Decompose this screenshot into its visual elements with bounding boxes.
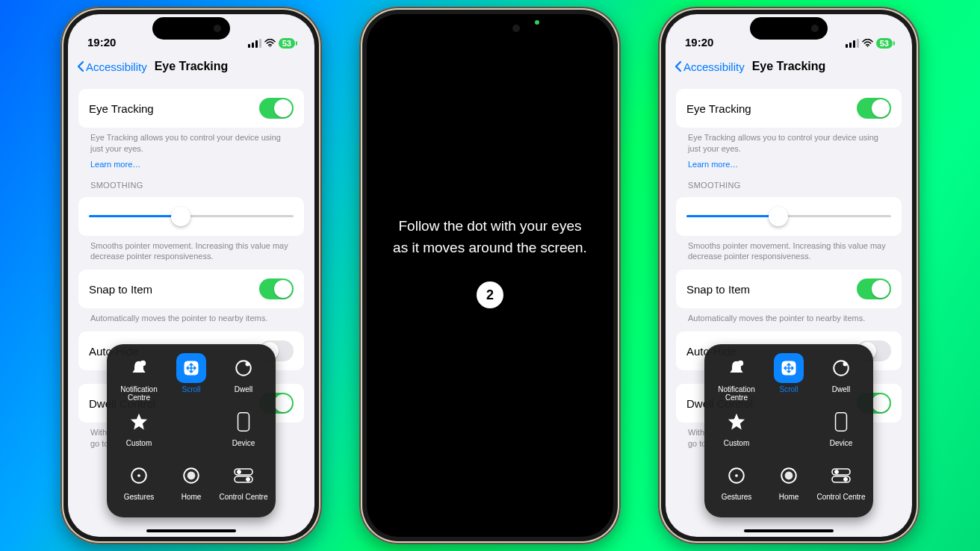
at-custom[interactable]: Custom <box>113 407 165 456</box>
back-button[interactable]: Accessibility <box>674 60 745 73</box>
at-dwell[interactable]: Dwell <box>815 353 867 402</box>
device-icon <box>826 407 856 437</box>
control-centre-icon <box>826 461 856 491</box>
phone-left: 19:20 53 Accessibility Eye Tracking Eye … <box>61 7 322 544</box>
svg-point-11 <box>238 470 241 474</box>
home-icon <box>176 461 206 491</box>
calibration-instruction: Follow the dot with your eyes as it move… <box>367 216 613 258</box>
home-icon <box>774 461 804 491</box>
svg-point-4 <box>246 362 249 366</box>
svg-point-25 <box>835 470 839 474</box>
status-time: 19:20 <box>87 36 116 49</box>
phone-right: 19:20 53 Accessibility Eye Tracking Eye … <box>658 7 919 544</box>
smoothing-header: SMOOTHING <box>676 170 902 190</box>
svg-point-15 <box>738 361 743 366</box>
star-icon <box>124 407 154 437</box>
at-scroll[interactable]: Scroll <box>165 353 217 402</box>
learn-more-link[interactable]: Learn more… <box>676 155 902 170</box>
dynamic-island <box>451 17 529 40</box>
snap-toggle[interactable] <box>259 278 294 299</box>
cellular-icon <box>846 39 859 48</box>
svg-point-0 <box>269 46 270 47</box>
status-time: 19:20 <box>685 36 713 49</box>
svg-point-21 <box>736 475 738 477</box>
at-gestures[interactable]: Gestures <box>710 461 763 510</box>
at-scroll[interactable]: Scroll <box>763 353 815 402</box>
at-home[interactable]: Home <box>165 461 217 510</box>
page-title: Eye Tracking <box>752 60 826 73</box>
learn-more-link[interactable]: Learn more… <box>78 155 304 170</box>
chevron-left-icon <box>674 60 682 72</box>
at-gestures[interactable]: Gestures <box>113 461 165 510</box>
eye-tracking-toggle[interactable] <box>857 98 891 119</box>
eye-tracking-desc: Eye Tracking allows you to control your … <box>78 128 304 155</box>
gestures-icon <box>124 461 154 491</box>
at-control-centre[interactable]: Control Centre <box>815 461 867 510</box>
svg-point-9 <box>187 472 195 479</box>
eye-tracking-toggle[interactable] <box>259 98 294 119</box>
calibration-dot: 2 <box>477 281 503 308</box>
dwell-icon <box>229 353 258 383</box>
snap-toggle[interactable] <box>857 278 891 299</box>
smoothing-row <box>676 197 902 236</box>
eye-tracking-desc: Eye Tracking allows you to control your … <box>676 128 902 155</box>
assistivetouch-menu[interactable]: Notification Centre Scroll Dwell Custom … <box>107 344 276 517</box>
smoothing-row <box>78 197 304 236</box>
cellular-icon <box>248 39 261 48</box>
svg-rect-19 <box>836 413 847 431</box>
smoothing-desc: Smooths pointer movement. Increasing thi… <box>676 236 902 263</box>
at-notification-centre[interactable]: Notification Centre <box>113 353 165 402</box>
home-indicator[interactable] <box>744 529 834 532</box>
navigation-bar: Accessibility Eye Tracking <box>68 52 314 81</box>
dynamic-island <box>152 17 230 40</box>
smoothing-slider[interactable] <box>686 206 891 227</box>
svg-rect-5 <box>238 413 249 431</box>
at-device[interactable]: Device <box>217 407 270 456</box>
battery-icon: 53 <box>876 38 893 49</box>
wifi-icon <box>264 39 276 48</box>
svg-point-14 <box>866 46 868 47</box>
smoothing-header: SMOOTHING <box>78 170 304 190</box>
scroll-icon <box>774 353 804 383</box>
svg-point-13 <box>246 478 250 482</box>
eye-tracking-label: Eye Tracking <box>89 102 154 115</box>
assistivetouch-menu[interactable]: Notification Centre Scroll Dwell Custom … <box>704 344 873 517</box>
svg-point-1 <box>140 361 146 366</box>
home-indicator[interactable] <box>146 529 236 532</box>
smoothing-desc: Smooths pointer movement. Increasing thi… <box>78 236 304 263</box>
back-button[interactable]: Accessibility <box>77 60 147 73</box>
scroll-icon <box>176 353 206 383</box>
smoothing-slider[interactable] <box>89 206 294 227</box>
at-custom[interactable]: Custom <box>710 407 763 456</box>
bell-icon <box>722 353 751 383</box>
page-title: Eye Tracking <box>155 60 229 73</box>
navigation-bar: Accessibility Eye Tracking <box>666 52 912 81</box>
svg-point-7 <box>138 475 140 477</box>
at-empty <box>763 407 815 456</box>
dwell-icon <box>826 353 856 383</box>
at-device[interactable]: Device <box>815 407 867 456</box>
snap-desc: Automatically moves the pointer to nearb… <box>676 308 902 324</box>
eye-tracking-label: Eye Tracking <box>686 102 751 115</box>
battery-icon: 53 <box>279 38 295 49</box>
at-control-centre[interactable]: Control Centre <box>217 461 270 510</box>
device-icon <box>229 407 258 437</box>
svg-point-27 <box>844 478 848 482</box>
at-dwell[interactable]: Dwell <box>217 353 270 402</box>
at-empty <box>165 407 217 456</box>
snap-row: Snap to Item <box>676 270 902 308</box>
snap-row: Snap to Item <box>78 270 304 308</box>
bell-icon <box>124 353 154 383</box>
svg-point-23 <box>785 472 793 479</box>
star-icon <box>722 407 751 437</box>
svg-point-18 <box>843 362 847 366</box>
eye-tracking-row: Eye Tracking <box>78 89 304 128</box>
snap-desc: Automatically moves the pointer to nearb… <box>78 308 304 324</box>
phone-center: Follow the dot with your eyes as it move… <box>359 7 621 544</box>
gestures-icon <box>722 461 751 491</box>
at-home[interactable]: Home <box>763 461 815 510</box>
at-notification-centre[interactable]: Notification Centre <box>710 353 763 402</box>
dynamic-island <box>750 17 828 40</box>
wifi-icon <box>862 39 873 48</box>
control-centre-icon <box>229 461 258 491</box>
